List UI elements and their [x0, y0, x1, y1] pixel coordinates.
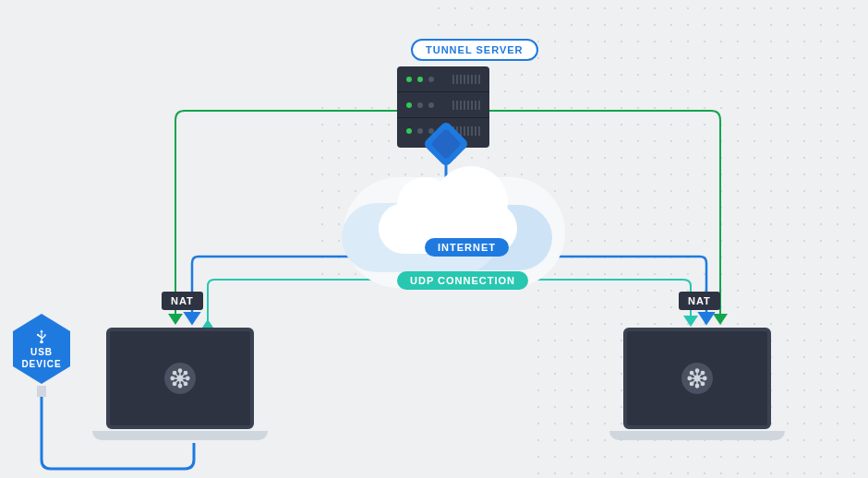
network-icon [681, 363, 713, 394]
usb-icon [35, 329, 48, 343]
internet-label: INTERNET [425, 238, 509, 257]
svg-point-7 [184, 371, 187, 374]
svg-point-3 [171, 376, 174, 379]
svg-point-5 [173, 371, 175, 374]
svg-point-15 [701, 382, 704, 385]
svg-point-11 [695, 385, 698, 388]
svg-point-14 [690, 371, 693, 374]
svg-point-4 [187, 376, 189, 379]
usb-label-line1: USB [30, 346, 53, 358]
svg-point-6 [184, 382, 187, 385]
svg-point-16 [701, 371, 704, 374]
laptop-right [609, 328, 785, 448]
udp-connection-label: UDP CONNECTION [397, 271, 528, 290]
svg-point-2 [178, 385, 181, 388]
usb-label-line2: DEVICE [21, 358, 61, 370]
laptop-left [92, 328, 268, 448]
svg-point-1 [178, 369, 181, 372]
nat-right-label: NAT [679, 292, 720, 310]
svg-point-10 [695, 369, 698, 372]
nat-left-label: NAT [162, 292, 203, 310]
network-icon [164, 363, 196, 394]
svg-point-8 [173, 382, 175, 385]
usb-device-badge: USB DEVICE [13, 314, 70, 384]
svg-point-17 [690, 382, 693, 385]
svg-point-13 [704, 376, 706, 379]
svg-point-12 [688, 376, 691, 379]
tunnel-server-label: TUNNEL SERVER [411, 39, 538, 61]
